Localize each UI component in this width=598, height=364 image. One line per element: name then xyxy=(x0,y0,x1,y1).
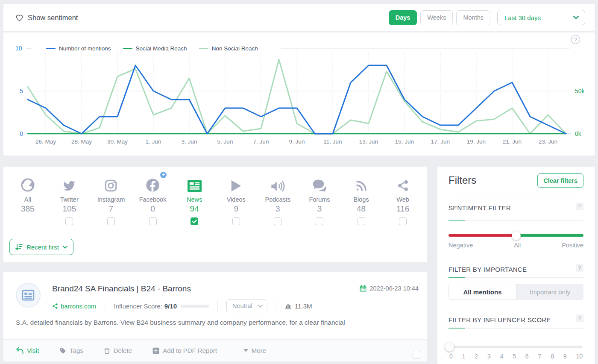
instagram-icon xyxy=(90,177,132,192)
svg-text:0: 0 xyxy=(20,130,23,137)
source-count: 48 xyxy=(340,204,382,214)
more-button[interactable]: More xyxy=(243,347,266,354)
date-range-select[interactable]: Last 30 days xyxy=(497,10,585,25)
source-label: Web xyxy=(382,196,424,203)
sentiment-filter-help-icon[interactable]: ? xyxy=(576,203,583,210)
sentiment-slider-labels: Negative All Positive xyxy=(448,242,583,249)
influencer-score-bar xyxy=(181,305,209,308)
influencer-filter-help-icon[interactable]: ? xyxy=(576,314,583,322)
source-checkbox-podcasts[interactable] xyxy=(274,217,281,225)
source-tab-web[interactable]: Web 116 xyxy=(382,167,424,231)
sentiment-slider-negative-segment xyxy=(448,234,516,237)
reply-arrow-icon xyxy=(16,347,23,354)
source-checkbox-facebook[interactable] xyxy=(149,217,157,225)
sentiment-slider-handle[interactable] xyxy=(512,231,521,240)
importance-filter-heading: FILTER BY IMPORTANCE xyxy=(448,266,527,273)
source-count: 116 xyxy=(382,204,424,214)
source-label: Videos xyxy=(215,196,257,203)
source-label: Instagram xyxy=(90,196,132,203)
importance-all-mentions-option[interactable]: All mentions xyxy=(448,284,516,300)
svg-text:1. Jun: 1. Jun xyxy=(146,138,161,145)
sort-icon xyxy=(15,244,23,251)
importance-important-only-option[interactable]: Important only xyxy=(516,284,583,300)
svg-text:50k: 50k xyxy=(575,88,585,94)
granularity-days-button[interactable]: Days xyxy=(389,10,417,25)
source-tab-forums[interactable]: Forums 3 xyxy=(299,167,340,231)
facebook-add-badge[interactable]: + xyxy=(160,172,167,178)
svg-text:19. Jun: 19. Jun xyxy=(467,138,486,145)
source-tab-blogs[interactable]: Blogs 48 xyxy=(340,167,382,231)
add-to-pdf-button[interactable]: Add to PDF Report xyxy=(152,347,217,354)
clear-filters-button[interactable]: Clear filters xyxy=(537,173,583,188)
source-count: 94 xyxy=(173,204,215,214)
top-bar: Show sentiment Days Weeks Months Last 30… xyxy=(3,4,595,31)
source-tab-instagram[interactable]: Instagram 7 xyxy=(90,167,132,231)
show-sentiment-toggle[interactable]: Show sentiment xyxy=(15,4,78,31)
mention-reach: 11.3M xyxy=(285,302,312,310)
calendar-icon xyxy=(360,285,366,292)
chart-controls: Days Weeks Months Last 30 days xyxy=(389,4,585,31)
sentiment-all-label[interactable]: All xyxy=(514,242,521,249)
mention-select-checkbox[interactable] xyxy=(413,351,420,358)
source-tab-podcasts[interactable]: Podcasts 3 xyxy=(257,167,299,231)
importance-filter-help-icon[interactable]: ? xyxy=(576,264,583,272)
granularity-weeks-button[interactable]: Weeks xyxy=(420,10,453,25)
svg-text:11. Jun: 11. Jun xyxy=(323,138,342,145)
source-checkbox-instagram[interactable] xyxy=(107,217,115,225)
source-checkbox-news[interactable] xyxy=(191,217,198,225)
granularity-months-button[interactable]: Months xyxy=(456,10,490,25)
tags-button[interactable]: Tags xyxy=(59,347,83,354)
svg-text:7. Jun: 7. Jun xyxy=(253,138,269,145)
news-icon xyxy=(22,290,35,301)
influencer-slider-handle[interactable] xyxy=(445,343,454,352)
svg-text:0k: 0k xyxy=(575,130,582,137)
mention-title[interactable]: Brand24 SA Financials | B24 - Barrons xyxy=(52,284,191,294)
show-sentiment-label: Show sentiment xyxy=(28,14,78,22)
sort-label: Recent first xyxy=(26,244,59,251)
svg-text:26. May: 26. May xyxy=(35,138,56,145)
svg-text:21. Jun: 21. Jun xyxy=(503,138,522,145)
source-count: 3 xyxy=(299,204,340,214)
mention-source-link[interactable]: barrons.com xyxy=(52,302,96,310)
chart-panel: 10 Number of mentions Social Media Reach… xyxy=(3,32,595,156)
sentiment-positive-label[interactable]: Positive xyxy=(562,242,583,249)
delete-button[interactable]: Delete xyxy=(104,347,132,354)
source-checkbox-videos[interactable] xyxy=(232,217,240,225)
divider xyxy=(105,300,105,312)
source-tab-videos[interactable]: Videos 9 xyxy=(215,167,257,231)
visit-button[interactable]: Visit xyxy=(16,347,39,354)
chevron-down-icon xyxy=(63,246,67,249)
sentiment-negative-label[interactable]: Negative xyxy=(448,242,473,249)
source-label: Podcasts xyxy=(257,196,299,203)
source-checkbox-blogs[interactable] xyxy=(358,217,365,225)
source-label: Blogs xyxy=(340,196,382,203)
source-tab-twitter[interactable]: Twitter 105 xyxy=(49,167,91,231)
source-tab-all[interactable]: All 385 xyxy=(7,167,49,231)
divider xyxy=(217,300,218,312)
mention-timestamp: 2022-06-23 10:44 xyxy=(360,285,419,292)
influencer-score-value: 9/10 xyxy=(164,302,177,310)
speaker-icon xyxy=(257,177,299,192)
sort-order-button[interactable]: Recent first xyxy=(9,239,73,255)
filters-panel: Filters Clear filters SENTIMENT FILTER ?… xyxy=(437,167,595,364)
source-tab-facebook[interactable]: + Facebook 0 xyxy=(132,167,174,231)
source-checkbox-web[interactable] xyxy=(399,217,407,225)
share-icon xyxy=(52,303,58,309)
source-label: All xyxy=(7,196,49,203)
divider xyxy=(448,196,583,196)
share-icon xyxy=(382,177,424,192)
source-checkbox-twitter[interactable] xyxy=(65,217,73,225)
plus-square-icon xyxy=(152,347,159,354)
source-tab-news[interactable]: News 94 xyxy=(173,167,215,231)
influencer-slider-track[interactable] xyxy=(448,346,583,348)
sentiment-value: Neutral xyxy=(232,302,252,309)
facebook-icon: + xyxy=(132,177,174,192)
svg-text:15. Jun: 15. Jun xyxy=(395,138,414,145)
source-label: Forums xyxy=(299,196,340,203)
svg-text:17. Jun: 17. Jun xyxy=(431,138,450,145)
sentiment-select[interactable]: Neutral xyxy=(226,299,267,312)
source-label: Twitter xyxy=(49,196,91,203)
source-label: News xyxy=(173,196,215,203)
section-underline xyxy=(448,220,583,221)
source-checkbox-forums[interactable] xyxy=(316,217,323,225)
